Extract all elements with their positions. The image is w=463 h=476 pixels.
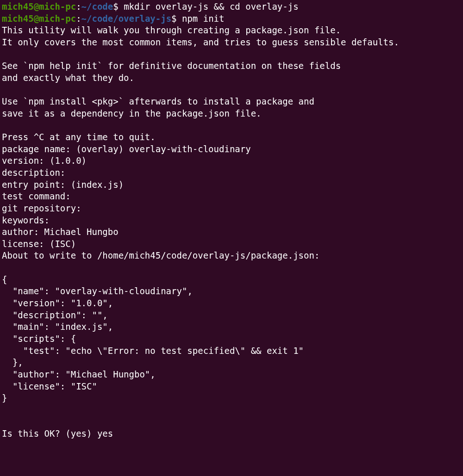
json-line: "name": "overlay-with-cloudinary", (2, 286, 193, 296)
json-line: "scripts": { (2, 334, 76, 344)
json-line: "description": "", (2, 310, 108, 320)
output-line: See `npm help init` for definitive docum… (2, 61, 341, 71)
json-line: "main": "index.js", (2, 321, 113, 332)
command[interactable]: mkdir overlay-js && cd overlay-js (124, 1, 299, 12)
output-line: Use `npm install <pkg>` afterwards to in… (2, 96, 314, 106)
json-line: }, (2, 357, 23, 367)
output-line: This utility will walk you through creat… (2, 25, 341, 35)
prompt-path: ~/code (81, 1, 113, 12)
json-line: "license": "ISC" (2, 381, 97, 391)
prompt-user: mich45@mich-pc (2, 1, 76, 12)
prompt-is-ok[interactable]: Is this OK? (yes) yes (2, 428, 113, 439)
prompt-license[interactable]: license: (ISC) (2, 239, 81, 249)
json-line: "test": "echo \"Error: no test specified… (2, 346, 304, 356)
output-line: It only covers the most common items, an… (2, 37, 399, 47)
prompt-sep: : (76, 1, 81, 12)
prompt-test-command[interactable]: test command: (2, 191, 76, 201)
prompt-entry-point[interactable]: entry point: (index.js) (2, 179, 129, 190)
output-line: save it as a dependency in the package.j… (2, 108, 262, 118)
json-line: } (2, 393, 7, 403)
prompt-dollar: $ (171, 13, 182, 24)
command[interactable]: npm init (182, 13, 225, 24)
json-line: { (2, 274, 7, 284)
prompt-keywords[interactable]: keywords: (2, 215, 55, 225)
prompt-user: mich45@mich-pc (2, 13, 76, 24)
prompt-dollar: $ (113, 1, 124, 12)
json-line: "author": "Michael Hungbo", (2, 369, 156, 379)
output-line: and exactly what they do. (2, 73, 134, 83)
prompt-package-name[interactable]: package name: (overlay) overlay-with-clo… (2, 144, 251, 154)
json-line: "version": "1.0.0", (2, 298, 113, 308)
prompt-description[interactable]: description: (2, 167, 71, 178)
prompt-author[interactable]: author: Michael Hungbo (2, 227, 119, 237)
prompt-sep: : (76, 13, 81, 24)
prompt-git-repository[interactable]: git repository: (2, 203, 87, 213)
prompt-version[interactable]: version: (1.0.0) (2, 155, 92, 166)
prompt-path: ~/code/overlay-js (81, 13, 171, 24)
output-line: Press ^C at any time to quit. (2, 132, 156, 142)
output-line: About to write to /home/mich45/code/over… (2, 250, 319, 260)
